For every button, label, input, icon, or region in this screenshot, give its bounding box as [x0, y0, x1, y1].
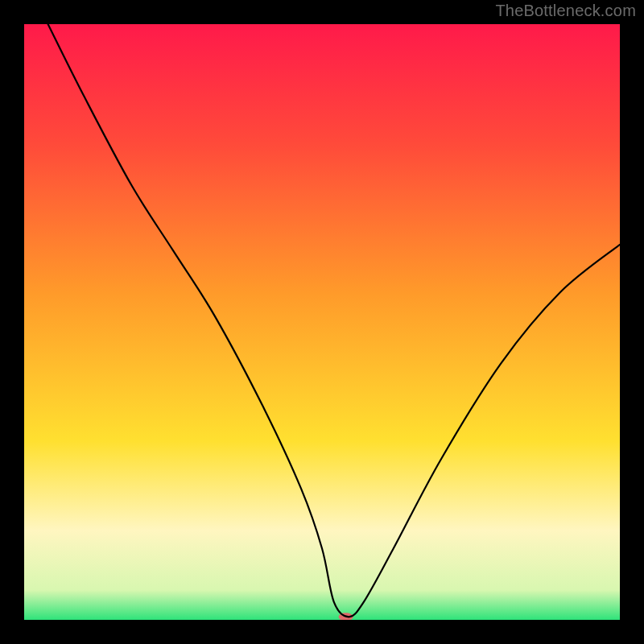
chart-frame: TheBottleneck.com — [0, 0, 644, 644]
watermark-text: TheBottleneck.com — [495, 2, 636, 20]
chart-svg — [24, 24, 620, 620]
plot-area — [24, 24, 620, 620]
gradient-background — [24, 24, 620, 620]
